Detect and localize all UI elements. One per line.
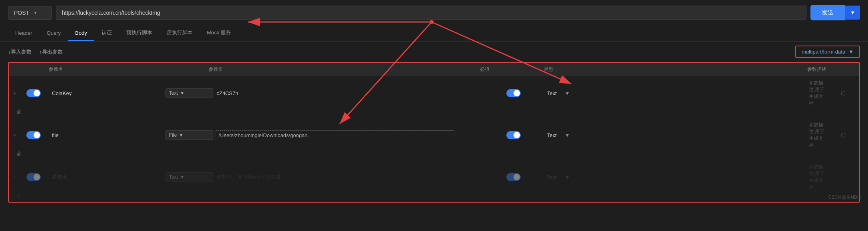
row2-desc: 参数描述,用于生成文档 [806,121,830,149]
row3-name-type[interactable]: Text ▼ [165,172,213,182]
row3-name-type-label: Text [169,174,178,180]
table-row: ≡ file File ▼ /Users/zhoumingle/Download… [9,118,859,160]
col-param-name: 参数名 [49,66,161,73]
row1-desc: 参数描述,用于生成文档 [806,80,830,107]
row2-toggle[interactable] [26,131,41,139]
row1-value: cZ4CS7h [215,90,454,96]
col-param-value: 参数值 [209,66,456,73]
row3-required [482,173,545,181]
row2-name-type-chevron: ▼ [179,132,183,138]
row2-delete-icon[interactable]: 🗑 [13,150,25,157]
row1-name: ColaKey [52,90,164,96]
col-required: 必填 [480,66,544,73]
row1-name-type-label: Text [169,90,178,96]
tab-query[interactable]: Query [40,26,68,41]
table-row: ≡ 参数名 Text ▼ 参数值，支持Mock字段变量 Text ▼ 参数描述,… [9,160,859,202]
row3-type-label: Text [547,174,563,180]
row1-name-type[interactable]: Text ▼ [165,88,213,98]
row1-delete-icon[interactable]: 🗑 [13,108,25,115]
watermark: CSDN @吴NDIR [828,194,862,200]
url-input[interactable] [56,6,806,20]
send-chevron-button[interactable]: ▼ [845,6,860,20]
tab-post-script[interactable]: 后执行脚本 [159,25,200,41]
row3-value-placeholder: 参数值，支持Mock字段变量 [215,173,454,181]
top-bar: POST ▼ 发送 ▼ [0,0,868,25]
tab-body[interactable]: Body [68,26,94,41]
tab-header[interactable]: Header [8,26,40,41]
table-row: ≡ ColaKey Text ▼ cZ4CS7h Text ▼ 参数描述,用于生… [9,76,859,118]
row3-type-chevron[interactable]: ▼ [565,174,804,180]
content-type-select[interactable]: multipart/form-data ▼ [795,46,860,58]
row2-copy-icon[interactable]: ⬡ [831,132,855,138]
row1-type-chevron[interactable]: ▼ [565,90,804,96]
row1-type-label: Text [547,90,563,96]
content-type-label: multipart/form-data [802,49,845,55]
row2-name-type-label: File [169,132,177,138]
method-label: POST [14,10,29,16]
row2-value: /Users/zhoumingle/Downloads/gongan. [215,130,454,140]
row2-required [482,131,545,139]
row2-type-label: Text [547,132,563,138]
row1-copy-icon[interactable]: ⬡ [831,90,855,96]
actions-left: ↓导入参数 ↑导出参数 [8,48,63,56]
drag-handle[interactable]: ≡ [13,132,25,138]
actions-bar: ↓导入参数 ↑导出参数 multipart/form-data ▼ [0,42,868,62]
row3-copy-icon[interactable]: ⬡ [831,174,855,180]
row2-type-chevron[interactable]: ▼ [565,132,804,138]
params-table: 参数名 参数值 必填 类型 参数描述 ≡ ColaKey Text ▼ cZ4C… [8,62,860,203]
drag-handle[interactable]: ≡ [13,174,25,180]
col-type: 类型 [544,66,560,73]
tab-pre-script[interactable]: 预执行脚本 [119,25,159,41]
import-params-button[interactable]: ↓导入参数 [8,48,32,56]
row3-name-type-chevron: ▼ [180,174,185,180]
tab-auth[interactable]: 认证 [94,25,119,41]
method-chevron: ▼ [33,10,38,15]
row1-required [482,89,545,97]
row2-name-type[interactable]: File ▼ [165,130,213,140]
row1-name-type-chevron: ▼ [180,90,185,96]
row3-required-toggle[interactable] [506,173,521,181]
row1-toggle[interactable] [26,89,41,97]
row1-required-toggle[interactable] [506,89,521,97]
row3-desc: 参数描述,用于生成文档 [806,163,830,191]
export-params-button[interactable]: ↑导出参数 [40,48,63,56]
row2-name: file [52,132,164,138]
content-type-chevron: ▼ [848,49,854,55]
tab-bar: Header Query Body 认证 预执行脚本 后执行脚本 Mock 服务 [0,25,868,42]
row3-delete-icon[interactable]: 🗑 [13,192,25,199]
row3-name-placeholder: 参数名 [52,173,164,181]
row3-toggle[interactable] [26,173,41,181]
send-button[interactable]: 发送 [810,5,845,20]
tab-mock[interactable]: Mock 服务 [200,25,239,41]
table-header: 参数名 参数值 必填 类型 参数描述 [9,63,859,76]
drag-handle[interactable]: ≡ [13,90,25,96]
method-select[interactable]: POST ▼ [8,6,52,20]
send-btn-group: 发送 ▼ [810,5,860,20]
row2-required-toggle[interactable] [506,131,521,139]
col-desc: 参数描述 [807,66,831,73]
